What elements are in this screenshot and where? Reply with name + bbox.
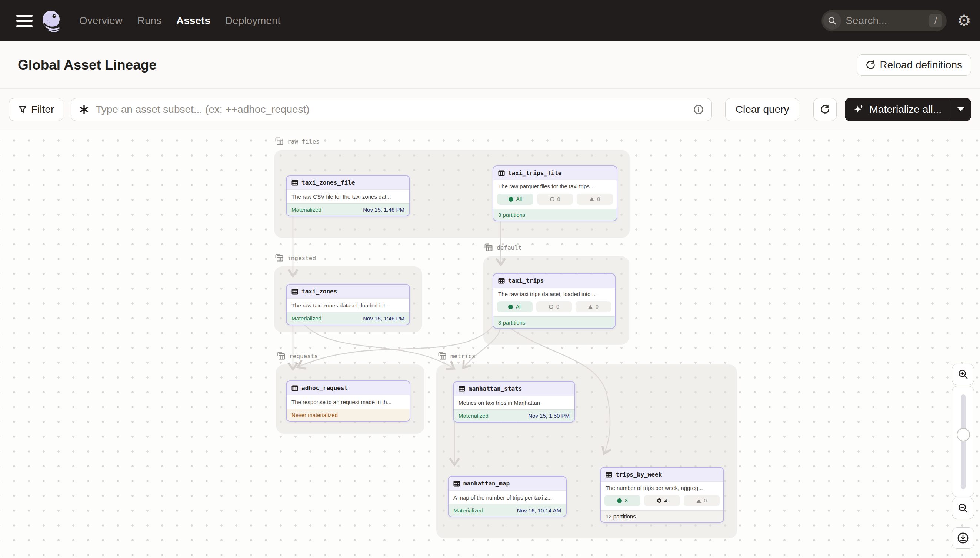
- search-input[interactable]: [845, 15, 925, 27]
- triangle-up-icon: [588, 305, 593, 309]
- partitions-missing-pill[interactable]: 0: [536, 301, 572, 312]
- asset-status-bar: Materialized Nov 15, 1:46 PM: [287, 203, 409, 216]
- asset-status-bar: Materialized Nov 15, 1:50 PM: [454, 409, 575, 422]
- group-label-requests[interactable]: requests: [276, 351, 318, 361]
- table-icon: [292, 385, 298, 392]
- asset-node-taxi_zones_file[interactable]: taxi_zones_file The raw CSV file for the…: [286, 175, 410, 217]
- partitions-missing-pill[interactable]: 4: [644, 495, 680, 506]
- partitions-failed-pill[interactable]: 0: [684, 495, 720, 506]
- table-icon: [453, 480, 460, 487]
- dagster-logo-icon[interactable]: [39, 8, 64, 33]
- download-circle-icon: [957, 532, 969, 544]
- asset-status-bar: Materialized Nov 15, 1:46 PM: [287, 312, 409, 325]
- partition-health-pills: 8 4 0: [601, 494, 723, 510]
- status-label: Materialized: [453, 507, 483, 514]
- clear-query-button[interactable]: Clear query: [725, 98, 800, 121]
- asset-node-taxi_zones[interactable]: taxi_zones The raw taxi zones dataset, l…: [286, 284, 410, 325]
- table-stack-icon: [437, 351, 447, 361]
- asset-node-trips_by_week[interactable]: trips_by_week The number of trips per we…: [600, 467, 724, 523]
- asset-selector-icon: [79, 104, 90, 115]
- status-timestamp[interactable]: Nov 15, 1:46 PM: [363, 207, 404, 213]
- partitions-success-pill[interactable]: All: [497, 194, 533, 205]
- asset-node-manhattan_map[interactable]: manhattan_map A map of the number of tri…: [448, 476, 567, 517]
- nav-item-deployment[interactable]: Deployment: [225, 15, 280, 27]
- top-nav: Overview Runs Assets Deployment / ⚙: [0, 0, 980, 41]
- zoom-controls: [952, 364, 974, 549]
- status-timestamp[interactable]: Nov 16, 10:14 AM: [517, 507, 561, 514]
- asset-query-box[interactable]: [71, 98, 712, 121]
- partitions-success-pill[interactable]: All: [497, 301, 533, 312]
- filter-button[interactable]: Filter: [9, 98, 63, 121]
- page-header: Global Asset Lineage Reload definitions: [0, 41, 980, 89]
- asset-status-bar: 3 partitions: [493, 209, 617, 220]
- zoom-out-button[interactable]: [952, 498, 974, 519]
- funnel-icon: [18, 105, 27, 114]
- partitions-missing-pill[interactable]: 0: [537, 194, 573, 205]
- lineage-canvas[interactable]: raw_files ingested default: [0, 130, 980, 558]
- partitions-success-pill[interactable]: 8: [604, 495, 641, 506]
- asset-node-taxi_trips_file[interactable]: taxi_trips_file The raw parquet files fo…: [492, 166, 618, 221]
- refresh-button[interactable]: [813, 98, 837, 121]
- download-image-button[interactable]: [952, 527, 974, 549]
- table-icon: [292, 288, 298, 295]
- sparkle-icon: [853, 104, 865, 115]
- partitions-count: 12 partitions: [606, 513, 636, 520]
- group-label-metrics[interactable]: metrics: [437, 351, 475, 361]
- group-label-ingested[interactable]: ingested: [275, 253, 316, 263]
- zoom-slider-thumb[interactable]: [957, 428, 970, 441]
- zoom-slider[interactable]: [952, 386, 974, 497]
- nav-item-runs[interactable]: Runs: [137, 15, 161, 27]
- partitions-failed-pill[interactable]: 0: [576, 301, 611, 312]
- circle-filled-icon: [617, 499, 622, 503]
- asset-node-taxi_trips[interactable]: taxi_trips The raw taxi trips dataset, l…: [492, 273, 616, 329]
- circle-outline-icon: [550, 197, 555, 201]
- status-label: Never materialized: [292, 412, 338, 418]
- menu-icon[interactable]: [14, 10, 35, 31]
- asset-description: The raw taxi trips dataset, loaded into …: [493, 287, 615, 300]
- table-icon: [498, 170, 505, 177]
- magnifier-minus-icon: [957, 502, 969, 514]
- asset-status-bar: 3 partitions: [493, 317, 615, 328]
- triangle-up-icon: [590, 197, 594, 201]
- asset-status-bar: Materialized Nov 16, 10:14 AM: [448, 504, 566, 517]
- circle-outline-icon: [657, 499, 662, 503]
- partition-health-pills: All 0 0: [493, 192, 617, 209]
- asset-query-input[interactable]: [95, 103, 688, 116]
- search-icon: [824, 12, 841, 30]
- group-label-default[interactable]: default: [484, 243, 522, 252]
- asset-node-manhattan_stats[interactable]: manhattan_stats Metrics on taxi trips in…: [453, 381, 575, 423]
- dagster-global-asset-lineage: Overview Runs Assets Deployment / ⚙ Glob…: [0, 0, 980, 558]
- circle-filled-icon: [508, 305, 513, 309]
- partitions-failed-pill[interactable]: 0: [576, 194, 613, 205]
- status-timestamp[interactable]: Nov 15, 1:50 PM: [528, 413, 570, 419]
- nav-item-overview[interactable]: Overview: [79, 15, 123, 27]
- asset-node-adhoc_request[interactable]: adhoc_request The response to an request…: [286, 381, 410, 422]
- partitions-count: 3 partitions: [498, 212, 525, 218]
- zoom-slider-track[interactable]: [961, 394, 965, 489]
- table-stack-icon: [484, 243, 493, 252]
- gear-icon[interactable]: ⚙: [957, 13, 971, 28]
- table-stack-icon: [275, 136, 284, 146]
- status-label: Materialized: [458, 413, 489, 419]
- partitions-count: 3 partitions: [498, 319, 525, 326]
- refresh-icon: [866, 60, 876, 70]
- table-stack-icon: [276, 351, 286, 361]
- asset-description: A map of the number of trips per taxi z.…: [448, 490, 566, 504]
- nav-item-assets[interactable]: Assets: [176, 15, 210, 27]
- materialize-options-button[interactable]: [950, 98, 971, 121]
- circle-outline-icon: [549, 305, 553, 309]
- group-label-raw_files[interactable]: raw_files: [275, 136, 320, 146]
- materialize-all-button[interactable]: Materialize all...: [845, 98, 950, 121]
- info-icon[interactable]: [693, 104, 704, 115]
- nav-links: Overview Runs Assets Deployment: [79, 15, 280, 27]
- global-search[interactable]: /: [822, 10, 947, 31]
- status-timestamp[interactable]: Nov 15, 1:46 PM: [363, 315, 404, 322]
- zoom-in-button[interactable]: [952, 364, 974, 385]
- reload-definitions-button[interactable]: Reload definitions: [856, 54, 971, 76]
- magnifier-plus-icon: [957, 369, 969, 381]
- status-label: Materialized: [292, 315, 321, 322]
- lineage-toolbar: Filter: [0, 89, 980, 130]
- table-icon: [606, 471, 612, 478]
- caret-down-icon: [957, 107, 964, 112]
- partition-health-pills: All 0 0: [493, 300, 615, 317]
